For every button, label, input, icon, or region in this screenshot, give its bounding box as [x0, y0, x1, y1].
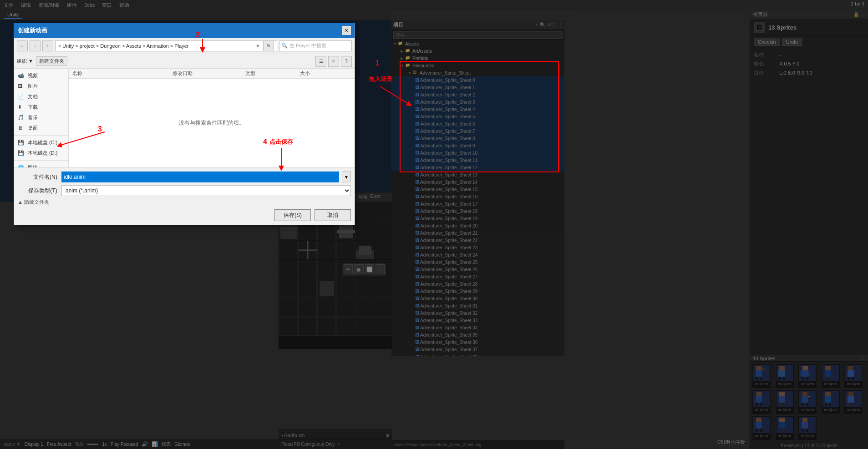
nav-pictures[interactable]: 🖼 图片: [14, 81, 68, 91]
filename-label: 文件名(N):: [18, 173, 59, 181]
pictures-icon: 🖼: [18, 83, 25, 90]
filename-row: 文件名(N): ▼: [18, 172, 351, 182]
column-headers: 名称 修改日期 类型 大小: [69, 69, 355, 79]
dialog-main-content: 名称 修改日期 类型 大小 没有与搜索条件匹配的项。: [69, 69, 355, 167]
nav-documents[interactable]: 📄 文档: [14, 91, 68, 102]
nav-desktop[interactable]: 🖥 桌面: [14, 123, 68, 133]
col-type-header[interactable]: 类型: [245, 70, 300, 77]
downloads-icon: ⬇: [18, 104, 25, 111]
col-date-header[interactable]: 修改日期: [173, 70, 245, 77]
dialog-close-button[interactable]: ✕: [342, 26, 351, 35]
view-details-button[interactable]: ≡: [328, 56, 339, 67]
organize-button[interactable]: 组织 ▼: [17, 58, 33, 65]
nav-network[interactable]: 🌐 网络: [14, 162, 68, 167]
file-save-dialog: 创建新动画 ✕ ← → ↑ « Unity > project > Dungeo…: [14, 23, 355, 225]
csdn-watermark: CSDN·向字骨: [717, 439, 745, 445]
filename-dropdown-btn[interactable]: ▼: [342, 172, 351, 182]
nav-music[interactable]: 🎵 音乐: [14, 112, 68, 123]
cancel-button[interactable]: 取消: [315, 209, 351, 221]
nav-local-c[interactable]: 💾 本地磁盘 (C:): [14, 137, 68, 148]
breadcrumb-bar[interactable]: « Unity > project > Dungeon > Assets > A…: [55, 40, 277, 51]
desktop-icon: 🖥: [18, 125, 25, 131]
search-placeholder: 在 Player 中搜索: [289, 42, 326, 49]
drive-d-icon: 💾: [18, 150, 25, 156]
help-button[interactable]: ?: [341, 56, 352, 67]
filename-input[interactable]: [61, 172, 339, 182]
filetype-select[interactable]: anim (*.anim): [61, 185, 351, 196]
hide-folders-label: ▲ 隐藏文件夹: [18, 199, 49, 206]
dialog-toolbar: ← → ↑ « Unity > project > Dungeon > Asse…: [14, 38, 355, 54]
dialog-second-bar: 组织 ▼ 新建文件夹 ☰ ≡ ?: [14, 54, 355, 69]
dialog-nav: 📹 视频 🖼 图片 📄 文档 ⬇ 下载 🎵 音乐 🖥 桌面: [14, 69, 69, 167]
new-folder-button[interactable]: 新建文件夹: [36, 56, 67, 66]
save-button[interactable]: 保存(S): [274, 209, 311, 221]
breadcrumb-dropdown[interactable]: ▼: [255, 43, 260, 49]
up-button[interactable]: ↑: [42, 40, 53, 51]
view-list-button[interactable]: ☰: [315, 56, 326, 67]
dialog-bottom: 文件名(N): ▼ 保存类型(T): anim (*.anim) ▲ 隐藏文件夹…: [14, 167, 355, 225]
nav-local-d[interactable]: 💾 本地磁盘 (D:): [14, 148, 68, 158]
back-button[interactable]: ←: [17, 40, 28, 51]
refresh-button[interactable]: ↻: [263, 40, 274, 51]
filetype-label: 保存类型(T):: [18, 187, 59, 195]
col-size-header[interactable]: 大小: [300, 70, 336, 77]
dialog-title-bar: 创建新动画 ✕: [14, 23, 355, 38]
dialog-file-area: 没有与搜索条件匹配的项。: [69, 79, 355, 167]
hide-folders-row: ▲ 隐藏文件夹: [18, 199, 351, 207]
search-icon: 🔍: [281, 43, 288, 49]
forward-button[interactable]: →: [30, 40, 41, 51]
video-icon: 📹: [18, 73, 25, 79]
nav-video[interactable]: 📹 视频: [14, 71, 68, 81]
col-name-header[interactable]: 名称: [72, 70, 173, 77]
dialog-title: 创建新动画: [18, 26, 47, 35]
documents-icon: 📄: [18, 94, 25, 100]
dialog-body: 📹 视频 🖼 图片 📄 文档 ⬇ 下载 🎵 音乐 🖥 桌面: [14, 69, 355, 167]
filetype-row: 保存类型(T): anim (*.anim): [18, 185, 351, 196]
dialog-actions: 保存(S) 取消: [18, 209, 351, 221]
breadcrumb-text: « Unity > project > Dungeon > Assets > A…: [58, 43, 188, 49]
drive-c-icon: 💾: [18, 140, 25, 146]
search-box[interactable]: 🔍 在 Player 中搜索: [279, 40, 352, 51]
music-icon: 🎵: [18, 115, 25, 121]
nav-downloads[interactable]: ⬇ 下载: [14, 102, 68, 112]
empty-message: 没有与搜索条件匹配的项。: [179, 119, 244, 127]
